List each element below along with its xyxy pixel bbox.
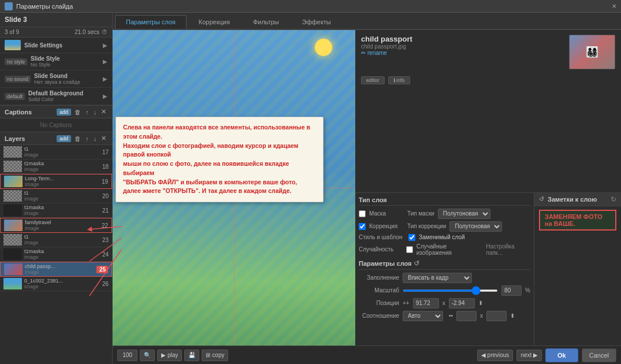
pos-spinner[interactable]: ⬍ bbox=[478, 300, 483, 306]
layer-item-l5[interactable]: t1maskaimage21 bbox=[0, 203, 112, 218]
pos-y-input[interactable] bbox=[449, 298, 475, 309]
layer-item-l2[interactable]: t1maskaimage18 bbox=[0, 159, 112, 174]
zoom-icon-btn[interactable]: 🔍 bbox=[140, 350, 155, 361]
settings-item-slide-settings[interactable]: Slide Settings ▶ bbox=[0, 38, 112, 53]
editor-button[interactable]: editor bbox=[361, 76, 385, 84]
layer-item-l4[interactable]: t1image20 bbox=[0, 189, 112, 203]
params-refresh-icon[interactable]: ↺ bbox=[414, 259, 419, 268]
layer-type-title: Тип слоя bbox=[359, 196, 530, 206]
settings-item-title: Slide Style bbox=[31, 55, 99, 62]
ratio-x-label: x bbox=[480, 313, 483, 319]
close-button[interactable]: × bbox=[612, 2, 616, 10]
previous-button[interactable]: ◀ previous bbox=[477, 350, 514, 361]
scale-slider[interactable] bbox=[403, 289, 498, 292]
layer-type-section: Тип слоя Маска Тип маски Полутоновая bbox=[359, 196, 530, 256]
layer-thumb bbox=[4, 176, 23, 187]
layer-item-l10[interactable]: 0_1c002_2381...image26 bbox=[0, 277, 112, 291]
position-label: Позиция bbox=[359, 300, 399, 306]
layers-up-btn[interactable]: ↑ bbox=[84, 135, 90, 142]
layers-delete-btn[interactable]: 🗑 bbox=[73, 135, 82, 142]
layer-thumb bbox=[3, 190, 22, 202]
asset-filename: child passport.jpg bbox=[361, 43, 563, 50]
layer-item-l8[interactable]: t1maskaimage24 bbox=[0, 247, 112, 262]
info-button[interactable]: ℹ info bbox=[388, 76, 410, 84]
layer-number: 26 bbox=[97, 281, 109, 287]
correction-label: Коррекция bbox=[369, 223, 404, 229]
settings-item-title: Slide Sound bbox=[34, 73, 99, 79]
layer-item-l6[interactable]: familytravelimage22 bbox=[0, 218, 112, 233]
notes-refresh-left[interactable]: ↺ bbox=[539, 195, 544, 203]
mask-label: Маска bbox=[369, 210, 404, 217]
cancel-button[interactable]: Cancel bbox=[582, 348, 616, 362]
mask-checkbox[interactable] bbox=[359, 210, 366, 217]
scale-input[interactable] bbox=[501, 285, 522, 296]
copy-icon: ⊞ bbox=[206, 352, 210, 358]
default-badge: default bbox=[5, 93, 25, 100]
correction-type-select[interactable]: Полутоновая bbox=[449, 221, 502, 232]
layer-item-l7[interactable]: t1image23 bbox=[0, 233, 112, 247]
slide-info-bar: 3 of 9 21.0 secs ⏱ bbox=[0, 27, 112, 38]
captions-down-btn[interactable]: ↓ bbox=[92, 109, 98, 116]
mask-type-select[interactable]: Полутоновая bbox=[438, 209, 490, 219]
style-checkbox[interactable] bbox=[408, 234, 415, 241]
layer-item-l9[interactable]: child passp...image25 bbox=[0, 262, 112, 277]
pencil-icon: ✏ bbox=[361, 50, 366, 56]
rename-button[interactable]: ✏ rename bbox=[361, 50, 563, 56]
play-button[interactable]: ▶ ▶ play play bbox=[157, 350, 182, 361]
rename-label[interactable]: rename bbox=[367, 50, 387, 56]
settings-item-slide-sound[interactable]: no sound Slide Sound Нет звука в слайде … bbox=[0, 70, 112, 88]
layer-item-l1[interactable]: t1image17 bbox=[0, 145, 112, 159]
settings-item-default-bg[interactable]: default Default Background Solid Color ▶ bbox=[0, 88, 112, 105]
mask-type-label: Тип маски bbox=[407, 210, 434, 217]
layer-name: child passp...image bbox=[25, 263, 94, 275]
layer-item-l3[interactable]: Long-Term...image19 bbox=[0, 174, 112, 189]
tab-effects[interactable]: Эффекты bbox=[291, 15, 342, 29]
right-panel: Параметры слояКоррекцияФильтрыЭффекты bbox=[113, 13, 621, 364]
next-button[interactable]: next ▶ bbox=[516, 350, 542, 361]
settings-item-info: Slide Style No Style bbox=[31, 55, 99, 68]
layer-thumb bbox=[3, 146, 22, 158]
zoom-input[interactable] bbox=[117, 350, 137, 361]
captions-add-button[interactable]: add bbox=[57, 109, 71, 116]
settings-item-slide-style[interactable]: no style Slide Style No Style ▶ bbox=[0, 53, 112, 70]
no-style-badge: no style bbox=[5, 58, 27, 65]
arrow-icon: ▶ bbox=[103, 58, 107, 65]
title-bar-left: Параметры слайда bbox=[5, 2, 73, 10]
layer-name: t1image bbox=[24, 234, 95, 246]
ratio-select[interactable]: Авто bbox=[403, 311, 443, 321]
captions-settings-btn[interactable]: ✕ bbox=[100, 108, 107, 116]
copy-button[interactable]: ⊞ copy bbox=[202, 350, 228, 361]
correction-checkbox[interactable] bbox=[359, 223, 366, 230]
fill-select[interactable]: Вписать в кадр bbox=[403, 273, 472, 283]
mask-row: Маска Тип маски Полутоновая bbox=[359, 209, 530, 219]
layers-settings-btn[interactable]: ✕ bbox=[100, 135, 107, 142]
layers-section: Layers add 🗑 ↑ ↓ ✕ t1image17t1maskaimage… bbox=[0, 132, 112, 364]
right-content: child passport child passport.jpg ✏ rena… bbox=[355, 30, 621, 346]
ratio-label: Соотношение bbox=[359, 313, 399, 319]
left-panel: Slide 3 3 of 9 21.0 secs ⏱ Slide Setting… bbox=[0, 13, 113, 364]
slide-position: 3 of 9 bbox=[5, 29, 19, 35]
captions-delete-btn[interactable]: 🗑 bbox=[73, 109, 82, 116]
ratio-x-input[interactable] bbox=[456, 311, 477, 321]
ok-button[interactable]: Ok bbox=[545, 348, 578, 362]
save-icon-btn[interactable]: 💾 bbox=[184, 350, 199, 361]
random-checkbox[interactable] bbox=[406, 246, 413, 253]
pos-x-input[interactable] bbox=[413, 298, 439, 309]
tab-correction[interactable]: Коррекция bbox=[188, 15, 241, 29]
layer-number: 20 bbox=[97, 193, 109, 199]
ratio-dots: •• bbox=[449, 313, 453, 319]
layers-down-btn[interactable]: ↓ bbox=[92, 135, 98, 142]
content-area: Слева на панели находятся все элементы, … bbox=[113, 30, 621, 346]
layers-add-button[interactable]: add bbox=[57, 135, 71, 142]
captions-up-btn[interactable]: ↑ bbox=[84, 109, 90, 116]
tab-params[interactable]: Параметры слоя bbox=[115, 15, 187, 29]
tab-filters[interactable]: Фильтры bbox=[242, 15, 290, 29]
settings-label: Настройка папк... bbox=[486, 243, 530, 256]
no-sound-badge: no sound bbox=[5, 76, 31, 83]
note-text: ЗАМЕНЯЕМ ФОТО на ВАШЕ. bbox=[545, 213, 603, 227]
settings-item-sub: No Style bbox=[31, 62, 99, 68]
ratio-spinner[interactable]: ⬍ bbox=[510, 313, 515, 319]
layer-thumb bbox=[3, 248, 22, 260]
notes-refresh-icon[interactable]: ↻ bbox=[611, 195, 616, 203]
ratio-y-input[interactable] bbox=[486, 311, 507, 321]
